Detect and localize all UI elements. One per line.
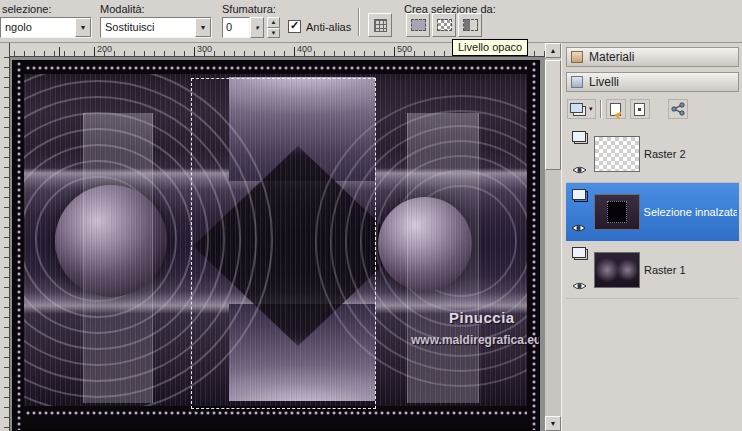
chevron-down-icon[interactable]: ▾ (195, 18, 211, 37)
scrollbar-thumb[interactable] (545, 60, 561, 170)
toolbar-separator (600, 100, 602, 118)
visual-links-button[interactable] (668, 99, 688, 119)
scroll-down-button[interactable]: ▼ (545, 416, 561, 431)
beaded-frame-top (13, 61, 539, 74)
spin-down-button[interactable]: ▼ (267, 28, 280, 39)
chevron-down-icon[interactable]: ▾ (250, 17, 264, 38)
selection-type-dropdown[interactable]: ngolo ▾ (0, 17, 92, 38)
feather-input[interactable]: 0 (222, 17, 250, 38)
feather-spinner: 0 ▾ ▲ ▼ (222, 17, 280, 38)
selection-type-value: ngolo (1, 18, 75, 37)
layer-name: Selezione innalzata (644, 206, 737, 218)
visibility-eye-icon[interactable] (572, 165, 587, 177)
layers-toolbar: ▾ (567, 97, 738, 121)
create-from-mask-button[interactable] (458, 13, 482, 37)
vertical-ruler (0, 43, 10, 431)
layer-thumbnail[interactable] (594, 194, 640, 230)
ruler-label: 200 (97, 44, 112, 54)
layer-name: Raster 2 (644, 148, 686, 160)
selection-type-label: selezione: (2, 3, 52, 15)
scroll-up-button[interactable]: ▲ (545, 43, 561, 58)
beaded-frame-bottom (13, 406, 539, 430)
materials-panel-icon (571, 51, 583, 63)
thumbnail-content (607, 201, 627, 223)
canvas-vertical-scrollbar[interactable]: ▲ ▼ (545, 43, 561, 431)
chevron-down-icon: ▾ (589, 105, 593, 113)
beaded-frame-right (527, 61, 539, 430)
layer-name: Raster 1 (644, 264, 686, 276)
marquee-duo-icon (463, 19, 478, 31)
visibility-eye-icon[interactable] (571, 223, 586, 235)
mode-dropdown[interactable]: Sostituisci ▾ (100, 17, 212, 38)
materials-panel-header[interactable]: Materiali (566, 47, 739, 67)
beaded-frame-left (13, 61, 24, 430)
watermark-url: www.maldiregrafica.eu (411, 333, 540, 347)
layer-thumbnail[interactable] (594, 252, 640, 288)
share-icon (671, 102, 685, 116)
layer-type-icon (572, 189, 586, 200)
new-layer-icon (610, 103, 621, 116)
grid-icon (374, 19, 387, 32)
create-from-opaque-layer-button[interactable] (406, 13, 430, 37)
ruler-label: 300 (197, 44, 212, 54)
layers-panel-header[interactable]: Livelli (566, 72, 739, 92)
ruler-minor-ticks (4, 57, 9, 431)
mode-value: Sostituisci (101, 18, 195, 37)
watermark: Pinuccia www.maldiregrafica.eu (411, 309, 540, 347)
mode-label: Modalità: (100, 3, 145, 15)
right-dock: Materiali Livelli ▾ (561, 43, 742, 431)
feather-label: Sfumatura: (222, 3, 276, 15)
custom-selection-button[interactable] (368, 13, 392, 37)
layer-controls (568, 189, 590, 235)
marquee-checker-icon (437, 19, 452, 31)
layers-panel-title: Livelli (589, 75, 619, 89)
ruler-label: 400 (297, 44, 312, 54)
new-mask-button[interactable] (630, 99, 650, 119)
layer-type-icon (572, 247, 586, 258)
layer-row-raster-2[interactable]: Raster 2 (566, 125, 739, 183)
layers-stack-icon (570, 103, 583, 113)
layer-row-raster-1[interactable]: Raster 1 (566, 241, 739, 299)
layer-controls (568, 247, 590, 293)
psp-window: selezione: ngolo ▾ Modalità: Sostituisci… (0, 0, 742, 431)
layers-panel-icon (571, 76, 583, 88)
create-from-opacity-button[interactable] (432, 13, 456, 37)
visibility-eye-icon[interactable] (572, 281, 587, 293)
selection-marquee[interactable] (191, 78, 376, 409)
layer-row-selezione-innalzata[interactable]: Selezione innalzata (566, 183, 739, 241)
canvas-viewport[interactable]: Pinuccia www.maldiregrafica.eu (10, 57, 545, 431)
antialias-label: Anti-alias (306, 21, 351, 33)
watermark-name: Pinuccia (449, 309, 540, 326)
spin-up-button[interactable]: ▲ (267, 17, 280, 28)
layers-view-dropdown[interactable]: ▾ (567, 99, 596, 119)
antialias-checkbox[interactable]: ✓ (288, 20, 301, 33)
layer-thumbnail[interactable] (594, 136, 640, 172)
toolbar-separator (358, 8, 360, 36)
mask-layer-icon (634, 103, 645, 116)
image-canvas[interactable]: Pinuccia www.maldiregrafica.eu (12, 60, 540, 431)
ruler-label: 500 (397, 44, 412, 54)
layer-list: Raster 2 Selezione innalzata (566, 125, 739, 299)
marquee-solid-icon (411, 19, 426, 31)
tool-options-bar: selezione: ngolo ▾ Modalità: Sostituisci… (0, 0, 742, 43)
new-layer-button[interactable] (606, 99, 626, 119)
layer-type-icon (572, 131, 586, 142)
materials-panel-title: Materiali (589, 50, 634, 64)
layer-controls (568, 131, 590, 177)
chevron-down-icon[interactable]: ▾ (75, 18, 91, 37)
tooltip: Livello opaco (452, 39, 528, 56)
